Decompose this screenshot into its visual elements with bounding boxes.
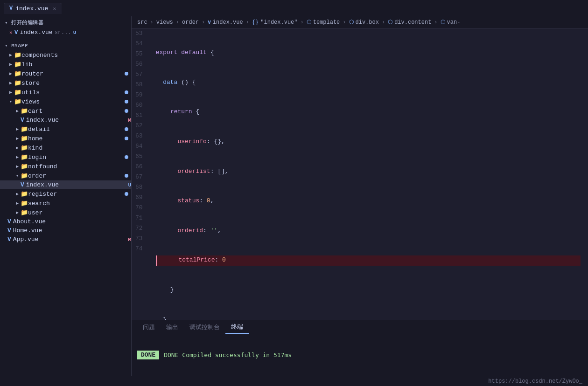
panel-tab-debug[interactable]: 调试控制台 [184,321,225,333]
editor-area: src › views › order › V index.vue › {} "… [132,16,588,376]
code-line-56: userinfo: {}, [156,137,581,147]
chevron-right-icon: ▶ [14,136,21,141]
folder-icon: 📁 [14,79,21,87]
folder-icon: 📁 [21,200,28,207]
item-label: store [21,80,131,87]
status-dot [125,72,128,76]
code-line-54: data () { [156,77,581,88]
sidebar-item-user[interactable]: ▶ 📁 user [0,208,131,217]
folder-icon: 📁 [21,107,28,115]
vue-icon: V [7,218,11,225]
sidebar-item-home[interactable]: ▶ 📁 home [0,134,131,143]
item-label: lib [21,61,131,68]
code-line-61: } [156,285,581,295]
panel-tab-output[interactable]: 输出 [161,321,184,333]
router-label: router [21,70,125,77]
sidebar-item-views[interactable]: ▾ 📁 views [0,97,131,106]
item-label: Home.vue [13,227,131,234]
cart-label: cart [28,108,125,115]
vue-icon: V [9,5,13,12]
item-label: App.vue [13,236,126,243]
vue-icon: V [14,29,18,36]
sidebar-item-register[interactable]: ▶ 📁 register [0,189,131,199]
views-folder-icon: 📁 [14,98,21,105]
register-label: register [28,191,125,198]
line-numbers: 53 54 55 56 57 58 59 60 61 62 63 64 65 6… [132,28,148,320]
sidebar-item-login[interactable]: ▶ 📁 login [0,152,131,162]
myapp-section: ▾ MYAPP [0,40,131,50]
chevron-right-icon: ▶ [7,62,14,67]
folder-icon: 📁 [21,163,28,170]
chevron-right-icon: ▶ [14,108,21,114]
open-file-path: sr... [55,29,71,36]
bc-src: src [137,19,147,26]
chevron-right-icon: ▶ [7,90,14,95]
status-dot [125,174,128,178]
status-dot [125,90,128,94]
sidebar-item-detail[interactable]: ▶ 📁 detail [0,124,131,134]
sidebar-item-router[interactable]: ▶ 📁 router [0,69,131,78]
chevron-right-icon: ▶ [14,154,21,160]
bc-views: views [156,19,173,26]
sidebar-item-components[interactable]: ▶ 📁 components [0,50,131,60]
code-line-57: orderlist: [], [156,166,581,177]
folder-icon: 📁 [21,190,28,198]
tab-index-vue[interactable]: V index.vue ✕ [4,3,62,14]
sidebar-item-lib[interactable]: ▶ 📁 lib [0,60,131,69]
terminal-output: DONE Compiled successfully in 517ms [164,352,292,358]
sidebar-item-app-vue[interactable]: V App.vue M [0,235,131,244]
sidebar-item-notfound[interactable]: ▶ 📁 notfound [0,162,131,171]
open-file-index-vue[interactable]: ✕ V index.vue sr... U [0,28,131,37]
status-bar: https://blog.csdn.net/ZywOo_ [0,376,588,386]
vue-icon: V [7,236,11,243]
sidebar-item-cart-index[interactable]: V index.vue M [0,116,131,124]
views-label: views [21,98,125,105]
vue-bc-icon: V [208,20,211,25]
status-dot [125,109,128,113]
main-layout: ▾ 打开的编辑器 ✕ V index.vue sr... U ▾ MYAPP ▶… [0,16,588,376]
sidebar-item-home-vue[interactable]: V Home.vue [0,226,131,235]
detail-label: detail [28,126,125,133]
close-icon[interactable]: ✕ [9,29,13,35]
chevron-right-icon: ▶ [7,71,14,76]
sidebar-item-utils[interactable]: ▶ 📁 utils [0,88,131,97]
code-container[interactable]: 53 54 55 56 57 58 59 60 61 62 63 64 65 6… [132,28,588,320]
status-dot [125,192,128,196]
chevron-right-icon: ▶ [7,80,14,86]
user-label: user [28,209,131,216]
status-link: https://blog.csdn.net/ZywOo_ [488,378,582,385]
code-and-terminal: 53 54 55 56 57 58 59 60 61 62 63 64 65 6… [132,28,588,376]
file-badge: M [128,117,131,123]
panel-tab-terminal[interactable]: 终端 [225,321,249,334]
tab-label: index.vue [15,5,48,12]
item-label: components [21,52,131,59]
sidebar-item-cart[interactable]: ▶ 📁 cart [0,106,131,116]
chevron-right-icon: ▶ [14,191,21,197]
myapp-label: MYAPP [11,43,28,48]
sidebar-item-about-vue[interactable]: V About.vue [0,217,131,226]
sidebar-item-kind[interactable]: ▶ 📁 kind [0,143,131,152]
tab-close-button[interactable]: ✕ [53,6,56,12]
bottom-panel: 问题 输出 调试控制台 终端 DONE DONE Compiled succes… [132,320,588,376]
login-label: login [28,154,125,161]
done-badge: DONE [137,351,159,359]
open-editors-label: 打开的编辑器 [11,20,43,26]
code-line-58: status: 0, [156,196,581,207]
chevron-down-icon: ▾ [14,173,21,179]
sidebar-item-order[interactable]: ▾ 📁 order [0,171,131,180]
chevron-right-icon: ▶ [14,200,21,206]
status-dot [125,127,128,131]
panel-tab-issues[interactable]: 问题 [137,321,161,333]
folder-icon: 📁 [21,135,28,142]
chevron-right-icon: ▶ [7,52,14,58]
bc-divbox-icon: ⬡ [349,19,354,26]
sidebar-item-order-index[interactable]: V index.vue U [0,180,131,189]
code-line-55: return { [156,107,581,117]
open-file-name: index.vue [20,29,52,36]
sidebar-item-store[interactable]: ▶ 📁 store [0,78,131,88]
sidebar-item-search[interactable]: ▶ 📁 search [0,199,131,208]
sidebar: ▾ 打开的编辑器 ✕ V index.vue sr... U ▾ MYAPP ▶… [0,16,132,376]
bc-indexvue-label: "index.vue" [260,19,297,26]
bc-index: index.vue [213,19,243,26]
item-label: index.vue [26,181,126,188]
